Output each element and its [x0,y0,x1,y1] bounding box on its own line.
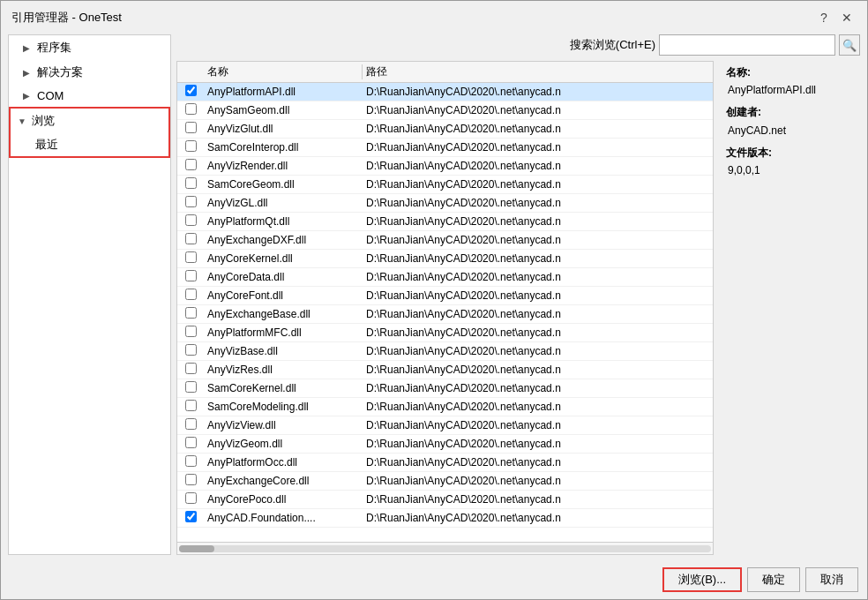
close-button[interactable]: ✕ [837,8,857,27]
file-name: SamCoreInterop.dll [204,141,363,154]
table-row[interactable]: AnyPlatformQt.dllD:\RuanJian\AnyCAD\2020… [177,213,713,231]
file-checkbox-cell [177,455,204,469]
arrow-icon: ▶ [23,43,34,53]
file-checkbox[interactable] [185,511,197,522]
cancel-button[interactable]: 取消 [805,567,858,592]
file-path: D:\RuanJian\AnyCAD\2020\.net\anycad.n [363,493,713,506]
table-row[interactable]: SamCoreKernel.dllD:\RuanJian\AnyCAD\2020… [177,379,713,398]
sidebar-label-com: COM [37,89,64,102]
file-checkbox[interactable] [185,270,197,281]
file-checkbox[interactable] [185,326,197,337]
table-row[interactable]: AnyCoreData.dllD:\RuanJian\AnyCAD\2020\.… [177,268,713,287]
table-row[interactable]: AnyCorePoco.dllD:\RuanJian\AnyCAD\2020\.… [177,491,713,509]
table-row[interactable]: SamCoreGeom.dllD:\RuanJian\AnyCAD\2020\.… [177,176,713,194]
file-checkbox[interactable] [185,474,197,485]
file-checkbox-cell [177,196,204,210]
table-row[interactable]: AnyPlatformOcc.dllD:\RuanJian\AnyCAD\202… [177,454,713,472]
file-checkbox[interactable] [185,196,197,207]
table-row[interactable]: AnyExchangeCore.dllD:\RuanJian\AnyCAD\20… [177,472,713,491]
col-name-header: 名称 [204,64,363,79]
table-row[interactable]: AnyCAD.Foundation....D:\RuanJian\AnyCAD\… [177,509,713,528]
file-checkbox-cell [177,511,204,525]
file-checkbox[interactable] [185,455,197,467]
file-checkbox[interactable] [185,363,197,374]
file-checkbox[interactable] [185,103,197,115]
file-checkbox-cell [177,307,204,321]
table-row[interactable]: SamCoreModeling.dllD:\RuanJian\AnyCAD\20… [177,398,713,416]
file-checkbox[interactable] [185,492,197,504]
table-row[interactable]: AnyCoreKernel.dllD:\RuanJian\AnyCAD\2020… [177,250,713,268]
help-button[interactable]: ? [814,8,834,27]
file-checkbox-cell [177,122,204,136]
sidebar-item-browse[interactable]: ▼ 浏览 [11,109,168,133]
table-row[interactable]: AnyVizView.dllD:\RuanJian\AnyCAD\2020\.n… [177,416,713,435]
file-checkbox[interactable] [185,159,197,170]
table-row[interactable]: AnyPlatformMFC.dllD:\RuanJian\AnyCAD\202… [177,324,713,342]
file-checkbox[interactable] [185,400,197,411]
file-name: AnyCorePoco.dll [204,493,363,506]
file-checkbox[interactable] [185,122,197,133]
search-input[interactable] [659,34,835,56]
file-checkbox[interactable] [185,251,197,263]
search-icon: 🔍 [842,39,857,52]
file-name: AnyPlatformQt.dll [204,215,363,228]
file-checkbox[interactable] [185,289,197,300]
file-checkbox[interactable] [185,233,197,244]
sidebar-item-assemblies[interactable]: ▶ 程序集 [9,35,170,60]
file-checkbox[interactable] [185,307,197,319]
file-checkbox[interactable] [185,344,197,356]
table-row[interactable]: AnyVizGeom.dllD:\RuanJian\AnyCAD\2020\.n… [177,435,713,454]
table-row[interactable]: AnyVizGL.dllD:\RuanJian\AnyCAD\2020\.net… [177,194,713,213]
file-name: AnyExchangeBase.dll [204,308,363,320]
file-name: AnyCoreFont.dll [204,289,363,302]
browse-button[interactable]: 浏览(B)... [662,567,742,592]
table-row[interactable]: AnyExchangeDXF.dllD:\RuanJian\AnyCAD\202… [177,231,713,250]
file-checkbox[interactable] [185,381,197,393]
arrow-icon: ▶ [23,68,34,78]
file-checkbox[interactable] [185,85,197,96]
file-checkbox-cell [177,270,204,284]
sidebar-item-solutions[interactable]: ▶ 解决方案 [9,60,170,85]
main-content: ▶ 程序集 ▶ 解决方案 ▶ COM ▼ 浏览 最近 [1,31,867,562]
file-checkbox[interactable] [185,437,197,448]
table-row[interactable]: AnyVizBase.dllD:\RuanJian\AnyCAD\2020\.n… [177,342,713,361]
file-name: AnyPlatformOcc.dll [204,456,363,469]
file-name: AnySamGeom.dll [204,104,363,116]
sidebar-label-solutions: 解决方案 [37,64,83,80]
file-path: D:\RuanJian\AnyCAD\2020\.net\anycad.n [363,475,713,487]
table-row[interactable]: AnyCoreFont.dllD:\RuanJian\AnyCAD\2020\.… [177,287,713,305]
file-checkbox[interactable] [185,177,197,189]
bottom-bar: 浏览(B)... 确定 取消 [1,562,867,599]
file-path: D:\RuanJian\AnyCAD\2020\.net\anycad.n [363,308,713,320]
table-row[interactable]: AnyExchangeBase.dllD:\RuanJian\AnyCAD\20… [177,305,713,324]
sidebar-item-recent[interactable]: 最近 [11,133,168,156]
browse-section: ▼ 浏览 最近 [9,107,170,158]
sidebar-item-com[interactable]: ▶ COM [9,85,170,107]
file-name: AnyVizRender.dll [204,160,363,172]
file-checkbox-cell [177,437,204,451]
arrow-icon: ▼ [18,116,28,126]
table-row[interactable]: AnyPlatformAPI.dllD:\RuanJian\AnyCAD\202… [177,83,713,101]
file-checkbox-cell [177,418,204,432]
file-checkbox-cell [177,400,204,414]
file-name: AnyVizGeom.dll [204,438,363,450]
table-row[interactable]: AnySamGeom.dllD:\RuanJian\AnyCAD\2020\.n… [177,101,713,120]
search-button[interactable]: 🔍 [839,34,860,56]
table-row[interactable]: SamCoreInterop.dllD:\RuanJian\AnyCAD\202… [177,139,713,157]
title-bar: 引用管理器 - OneTest ? ✕ [1,1,867,31]
file-name: AnyExchangeDXF.dll [204,234,363,246]
ok-button[interactable]: 确定 [747,567,800,592]
file-path: D:\RuanJian\AnyCAD\2020\.net\anycad.n [363,252,713,265]
file-path: D:\RuanJian\AnyCAD\2020\.net\anycad.n [363,141,713,154]
file-name: AnyCoreKernel.dll [204,252,363,265]
table-row[interactable]: AnyVizRes.dllD:\RuanJian\AnyCAD\2020\.ne… [177,361,713,379]
file-path: D:\RuanJian\AnyCAD\2020\.net\anycad.n [363,456,713,469]
table-row[interactable]: AnyVizGlut.dllD:\RuanJian\AnyCAD\2020\.n… [177,120,713,139]
sidebar-label-assemblies: 程序集 [37,40,71,56]
file-checkbox[interactable] [185,140,197,152]
file-checkbox[interactable] [185,214,197,226]
table-row[interactable]: AnyVizRender.dllD:\RuanJian\AnyCAD\2020\… [177,157,713,176]
sidebar-label-browse: 浏览 [32,113,55,129]
file-checkbox[interactable] [185,418,197,430]
horizontal-scrollbar[interactable] [177,542,713,554]
